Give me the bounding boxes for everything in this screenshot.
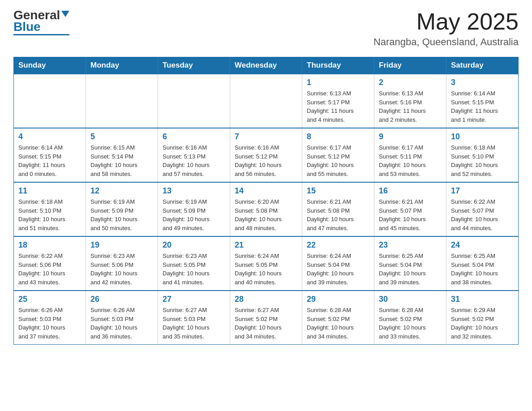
- day-number: 13: [163, 186, 225, 196]
- week-row-3: 11Sunrise: 6:18 AM Sunset: 5:10 PM Dayli…: [14, 182, 519, 236]
- day-info: Sunrise: 6:27 AM Sunset: 5:02 PM Dayligh…: [235, 306, 297, 341]
- day-info: Sunrise: 6:17 AM Sunset: 5:12 PM Dayligh…: [307, 143, 369, 178]
- calendar-cell: [14, 74, 86, 128]
- calendar-cell: 21Sunrise: 6:24 AM Sunset: 5:05 PM Dayli…: [230, 236, 302, 291]
- day-number: 7: [235, 132, 297, 141]
- calendar-cell: 27Sunrise: 6:27 AM Sunset: 5:03 PM Dayli…: [158, 291, 230, 345]
- calendar-cell: [230, 74, 302, 128]
- day-number: 24: [451, 240, 514, 250]
- day-info: Sunrise: 6:26 AM Sunset: 5:03 PM Dayligh…: [18, 306, 81, 341]
- day-number: 6: [163, 132, 225, 141]
- day-info: Sunrise: 6:18 AM Sunset: 5:10 PM Dayligh…: [451, 143, 514, 178]
- day-number: 26: [90, 295, 153, 304]
- day-number: 18: [18, 240, 81, 250]
- day-info: Sunrise: 6:14 AM Sunset: 5:15 PM Dayligh…: [18, 143, 81, 178]
- day-number: 19: [90, 240, 153, 250]
- calendar-cell: 3Sunrise: 6:14 AM Sunset: 5:15 PM Daylig…: [446, 74, 519, 128]
- calendar-cell: 29Sunrise: 6:28 AM Sunset: 5:02 PM Dayli…: [302, 291, 374, 345]
- day-info: Sunrise: 6:19 AM Sunset: 5:09 PM Dayligh…: [163, 197, 225, 232]
- day-info: Sunrise: 6:28 AM Sunset: 5:02 PM Dayligh…: [379, 306, 442, 341]
- week-row-2: 4Sunrise: 6:14 AM Sunset: 5:15 PM Daylig…: [14, 128, 519, 182]
- week-row-1: 1Sunrise: 6:13 AM Sunset: 5:17 PM Daylig…: [14, 74, 519, 128]
- logo-triangle-icon: [61, 11, 69, 17]
- calendar-cell: 18Sunrise: 6:22 AM Sunset: 5:06 PM Dayli…: [14, 236, 86, 291]
- calendar-cell: 5Sunrise: 6:15 AM Sunset: 5:14 PM Daylig…: [86, 128, 158, 182]
- calendar-cell: 12Sunrise: 6:19 AM Sunset: 5:09 PM Dayli…: [86, 182, 158, 236]
- day-number: 28: [235, 295, 297, 304]
- day-info: Sunrise: 6:28 AM Sunset: 5:02 PM Dayligh…: [307, 306, 369, 341]
- day-number: 15: [307, 186, 369, 196]
- day-number: 1: [307, 78, 369, 87]
- day-info: Sunrise: 6:20 AM Sunset: 5:08 PM Dayligh…: [235, 197, 297, 232]
- day-number: 5: [90, 132, 153, 141]
- calendar-cell: 4Sunrise: 6:14 AM Sunset: 5:15 PM Daylig…: [14, 128, 86, 182]
- day-info: Sunrise: 6:22 AM Sunset: 5:06 PM Dayligh…: [18, 252, 81, 287]
- day-info: Sunrise: 6:25 AM Sunset: 5:04 PM Dayligh…: [451, 252, 514, 287]
- month-year-title: May 2025: [373, 9, 519, 34]
- day-info: Sunrise: 6:23 AM Sunset: 5:06 PM Dayligh…: [90, 252, 153, 287]
- day-info: Sunrise: 6:23 AM Sunset: 5:05 PM Dayligh…: [163, 252, 225, 287]
- day-header-monday: Monday: [86, 57, 158, 74]
- day-info: Sunrise: 6:13 AM Sunset: 5:17 PM Dayligh…: [307, 89, 369, 124]
- calendar-cell: 22Sunrise: 6:24 AM Sunset: 5:04 PM Dayli…: [302, 236, 374, 291]
- day-number: 10: [451, 132, 514, 141]
- day-header-friday: Friday: [374, 57, 446, 74]
- day-info: Sunrise: 6:16 AM Sunset: 5:13 PM Dayligh…: [163, 143, 225, 178]
- day-number: 8: [307, 132, 369, 141]
- calendar-cell: 11Sunrise: 6:18 AM Sunset: 5:10 PM Dayli…: [14, 182, 86, 236]
- day-info: Sunrise: 6:29 AM Sunset: 5:02 PM Dayligh…: [451, 306, 514, 341]
- day-header-thursday: Thursday: [302, 57, 374, 74]
- day-number: 27: [163, 295, 225, 304]
- week-row-5: 25Sunrise: 6:26 AM Sunset: 5:03 PM Dayli…: [14, 291, 519, 345]
- day-number: 14: [235, 186, 297, 196]
- calendar-cell: 14Sunrise: 6:20 AM Sunset: 5:08 PM Dayli…: [230, 182, 302, 236]
- calendar-cell: 6Sunrise: 6:16 AM Sunset: 5:13 PM Daylig…: [158, 128, 230, 182]
- calendar-cell: 7Sunrise: 6:16 AM Sunset: 5:12 PM Daylig…: [230, 128, 302, 182]
- day-info: Sunrise: 6:21 AM Sunset: 5:07 PM Dayligh…: [379, 197, 442, 232]
- calendar-cell: 25Sunrise: 6:26 AM Sunset: 5:03 PM Dayli…: [14, 291, 86, 345]
- calendar-cell: 15Sunrise: 6:21 AM Sunset: 5:08 PM Dayli…: [302, 182, 374, 236]
- title-section: May 2025 Narangba, Queensland, Australia: [373, 9, 519, 48]
- calendar-cell: 16Sunrise: 6:21 AM Sunset: 5:07 PM Dayli…: [374, 182, 446, 236]
- day-info: Sunrise: 6:16 AM Sunset: 5:12 PM Dayligh…: [235, 143, 297, 178]
- calendar-cell: 20Sunrise: 6:23 AM Sunset: 5:05 PM Dayli…: [158, 236, 230, 291]
- calendar-cell: [158, 74, 230, 128]
- calendar-cell: 13Sunrise: 6:19 AM Sunset: 5:09 PM Dayli…: [158, 182, 230, 236]
- day-info: Sunrise: 6:24 AM Sunset: 5:04 PM Dayligh…: [307, 252, 369, 287]
- day-header-tuesday: Tuesday: [158, 57, 230, 74]
- day-info: Sunrise: 6:22 AM Sunset: 5:07 PM Dayligh…: [451, 197, 514, 232]
- calendar-cell: 8Sunrise: 6:17 AM Sunset: 5:12 PM Daylig…: [302, 128, 374, 182]
- location-subtitle: Narangba, Queensland, Australia: [373, 36, 519, 48]
- day-number: 21: [235, 240, 297, 250]
- calendar-cell: 10Sunrise: 6:18 AM Sunset: 5:10 PM Dayli…: [446, 128, 519, 182]
- calendar-cell: 9Sunrise: 6:17 AM Sunset: 5:11 PM Daylig…: [374, 128, 446, 182]
- day-number: 22: [307, 240, 369, 250]
- day-info: Sunrise: 6:15 AM Sunset: 5:14 PM Dayligh…: [90, 143, 153, 178]
- calendar-cell: 26Sunrise: 6:26 AM Sunset: 5:03 PM Dayli…: [86, 291, 158, 345]
- calendar-cell: 28Sunrise: 6:27 AM Sunset: 5:02 PM Dayli…: [230, 291, 302, 345]
- logo-blue-text: Blue: [13, 21, 41, 33]
- calendar-cell: 1Sunrise: 6:13 AM Sunset: 5:17 PM Daylig…: [302, 74, 374, 128]
- day-info: Sunrise: 6:19 AM Sunset: 5:09 PM Dayligh…: [90, 197, 153, 232]
- day-number: 9: [379, 132, 442, 141]
- day-number: 12: [90, 186, 153, 196]
- day-number: 4: [18, 132, 81, 141]
- day-info: Sunrise: 6:17 AM Sunset: 5:11 PM Dayligh…: [379, 143, 442, 178]
- day-number: 31: [451, 295, 514, 304]
- day-info: Sunrise: 6:14 AM Sunset: 5:15 PM Dayligh…: [451, 89, 514, 124]
- day-number: 11: [18, 186, 81, 196]
- day-number: 25: [18, 295, 81, 304]
- calendar-cell: 24Sunrise: 6:25 AM Sunset: 5:04 PM Dayli…: [446, 236, 519, 291]
- calendar-body: 1Sunrise: 6:13 AM Sunset: 5:17 PM Daylig…: [14, 74, 519, 345]
- day-info: Sunrise: 6:21 AM Sunset: 5:08 PM Dayligh…: [307, 197, 369, 232]
- calendar-cell: 31Sunrise: 6:29 AM Sunset: 5:02 PM Dayli…: [446, 291, 519, 345]
- day-number: 29: [307, 295, 369, 304]
- calendar-table: SundayMondayTuesdayWednesdayThursdayFrid…: [13, 57, 519, 345]
- day-number: 17: [451, 186, 514, 196]
- days-of-week-row: SundayMondayTuesdayWednesdayThursdayFrid…: [14, 57, 519, 74]
- calendar-cell: 2Sunrise: 6:13 AM Sunset: 5:16 PM Daylig…: [374, 74, 446, 128]
- day-header-saturday: Saturday: [446, 57, 519, 74]
- day-number: 20: [163, 240, 225, 250]
- day-info: Sunrise: 6:25 AM Sunset: 5:04 PM Dayligh…: [379, 252, 442, 287]
- calendar-cell: 30Sunrise: 6:28 AM Sunset: 5:02 PM Dayli…: [374, 291, 446, 345]
